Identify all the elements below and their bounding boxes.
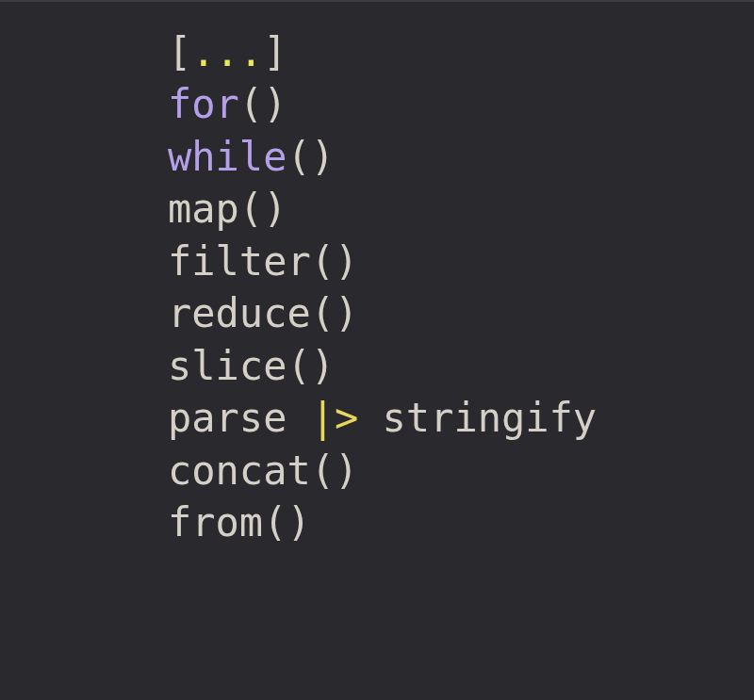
code-block[interactable]: [...]for()while()map()filter()reduce()sl…: [0, 0, 754, 548]
code-line: for(): [168, 78, 754, 130]
code-line: filter(): [168, 236, 754, 287]
code-token: reduce(): [168, 290, 358, 336]
code-token: [: [168, 29, 191, 75]
code-line: reduce(): [168, 287, 754, 339]
code-token: ]: [263, 29, 287, 75]
code-line: [...]: [168, 26, 754, 78]
code-line: concat(): [168, 445, 754, 497]
code-token: stringify: [358, 395, 597, 441]
code-token: filter(): [168, 238, 358, 285]
code-token: while: [168, 134, 287, 180]
code-token: concat(): [168, 448, 358, 494]
code-token: (): [287, 134, 335, 180]
code-token: for: [168, 81, 239, 127]
code-line: map(): [168, 183, 754, 235]
code-token: |>: [311, 395, 359, 441]
code-line: parse |> stringify: [168, 392, 754, 444]
code-token: ...: [191, 29, 263, 75]
code-token: parse: [168, 395, 311, 441]
code-line: from(): [168, 497, 754, 548]
code-token: from(): [168, 499, 311, 545]
code-line: slice(): [168, 340, 754, 392]
top-divider: [0, 0, 754, 2]
code-token: slice(): [168, 343, 335, 389]
code-token: (): [239, 81, 287, 127]
code-token: map(): [168, 186, 287, 232]
code-line: while(): [168, 131, 754, 183]
